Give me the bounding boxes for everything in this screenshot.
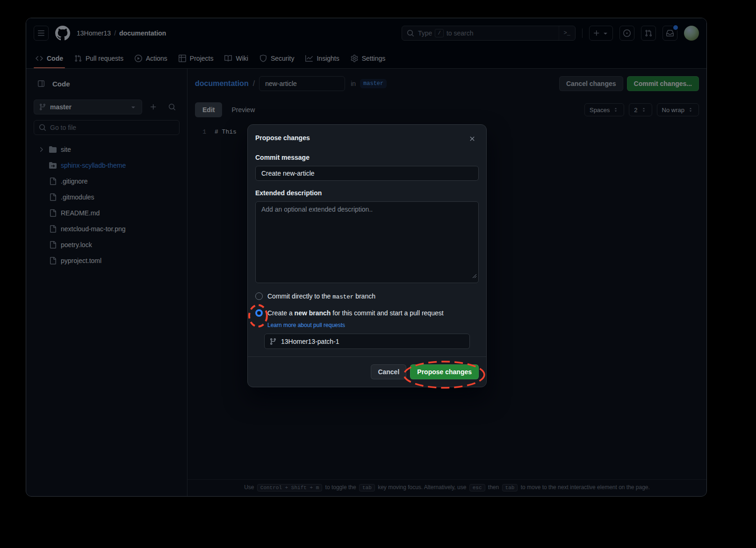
branch-code: master xyxy=(332,294,353,300)
propose-changes-dialog: Propose changes Commit message Extended … xyxy=(247,124,487,387)
radio-commit-direct[interactable]: Commit directly to the master branch xyxy=(255,291,479,302)
dialog-title: Propose changes xyxy=(255,132,310,143)
close-dialog-button[interactable] xyxy=(466,132,479,145)
dialog-body: Commit message Extended description Comm… xyxy=(248,153,486,349)
app-window: 13Homer13 / documentation Type / to sear… xyxy=(26,18,707,497)
git-branch-icon xyxy=(269,338,277,345)
new-branch-name-field xyxy=(264,334,470,349)
new-branch-name-input[interactable] xyxy=(281,338,465,345)
extended-description-wrap xyxy=(255,201,479,283)
radio-checked-icon[interactable] xyxy=(255,309,263,317)
dialog-footer: Cancel Propose changes xyxy=(248,356,486,387)
close-icon xyxy=(468,135,476,142)
page: { "header": { "owner": "13Homer13", "sep… xyxy=(0,0,756,548)
extended-description-textarea[interactable] xyxy=(255,201,479,283)
radio-create-branch[interactable]: Create a new branch for this commit and … xyxy=(255,307,479,319)
learn-more-link[interactable]: Learn more about pull requests xyxy=(267,321,345,329)
propose-changes-button[interactable]: Propose changes xyxy=(410,364,479,379)
cancel-button[interactable]: Cancel xyxy=(371,364,406,379)
dialog-header: Propose changes xyxy=(248,125,486,151)
extended-description-label: Extended description xyxy=(255,188,479,198)
commit-message-input[interactable] xyxy=(255,166,479,181)
commit-message-label: Commit message xyxy=(255,153,479,162)
radio-unchecked-icon[interactable] xyxy=(255,292,263,300)
